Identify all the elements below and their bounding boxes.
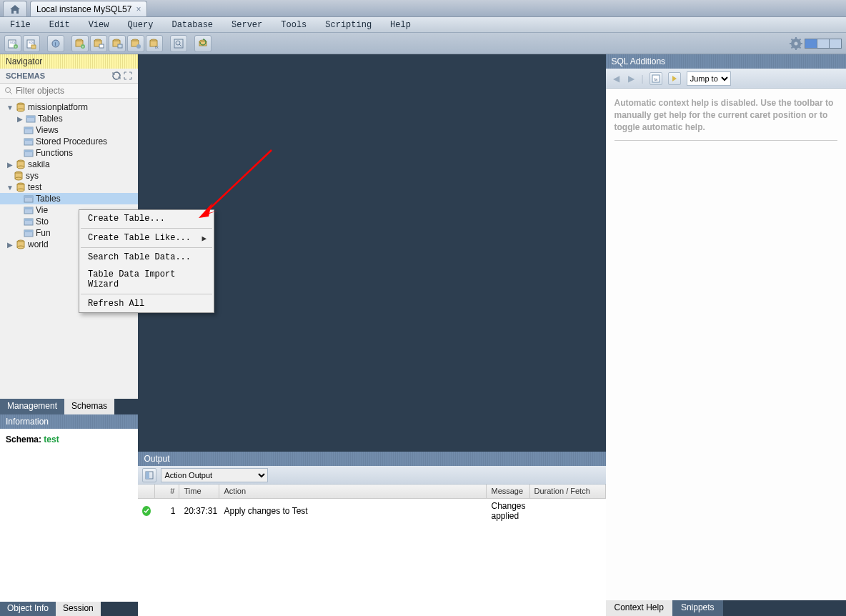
- expand-icon[interactable]: [124, 71, 132, 80]
- tab-object-info[interactable]: Object Info: [0, 602, 56, 616]
- menu-server[interactable]: Server: [229, 19, 265, 31]
- hdr-action: Action: [219, 485, 487, 498]
- chevron-right-icon[interactable]: [6, 161, 14, 169]
- svg-point-39: [6, 88, 11, 93]
- tab-management[interactable]: Management: [0, 399, 64, 414]
- schemas-label: SCHEMAS: [6, 71, 45, 80]
- tree-node-test-views[interactable]: Vie: [36, 205, 48, 215]
- gear-icon[interactable]: [790, 37, 802, 50]
- database-icon: [16, 239, 26, 249]
- database-icon: [14, 171, 24, 181]
- output-row[interactable]: 1 20:37:31 Apply changes to Test Changes…: [138, 499, 605, 523]
- menu-help[interactable]: Help: [387, 19, 414, 31]
- database-icon: [16, 102, 26, 112]
- svg-rect-47: [24, 127, 33, 129]
- svg-rect-68: [24, 230, 33, 232]
- schema-name-value: test: [44, 434, 59, 444]
- chevron-down-icon[interactable]: [6, 184, 14, 192]
- svg-text:fx: fx: [155, 45, 159, 49]
- menu-database[interactable]: Database: [169, 19, 216, 31]
- tree-node-missionplatform[interactable]: missionplatform: [28, 102, 88, 112]
- database-icon: [16, 182, 26, 192]
- success-icon: [142, 506, 151, 516]
- tab-snippets[interactable]: Snippets: [672, 600, 723, 616]
- ctx-search-table-data[interactable]: Search Table Data...: [79, 249, 214, 266]
- output-options-button[interactable]: [142, 468, 156, 482]
- chevron-down-icon[interactable]: [6, 104, 14, 111]
- jump-to-select[interactable]: Jump to: [687, 71, 731, 86]
- menu-query[interactable]: Query: [124, 19, 156, 31]
- panel-left-icon[interactable]: [805, 39, 817, 49]
- inspector-button[interactable]: i: [47, 35, 64, 52]
- svg-line-36: [800, 46, 801, 48]
- output-type-select[interactable]: Action Output: [161, 468, 268, 482]
- tree-node-test-stored[interactable]: Sto: [36, 217, 49, 227]
- navigator-header: Navigator: [0, 54, 138, 69]
- svg-point-54: [17, 166, 24, 169]
- svg-text:+: +: [82, 44, 84, 49]
- svg-line-40: [10, 92, 12, 94]
- folder-icon: [24, 136, 34, 146]
- tree-node-test[interactable]: test: [28, 182, 41, 192]
- svg-rect-66: [24, 219, 33, 221]
- filter-objects-input[interactable]: [16, 86, 134, 96]
- tab-schemas[interactable]: Schemas: [64, 399, 114, 414]
- information-header: Information: [0, 414, 138, 429]
- output-column-headers: # Time Action Message Duration / Fetch: [138, 485, 605, 499]
- db-add-routine-button[interactable]: [127, 35, 144, 52]
- tree-node-test-functions[interactable]: Fun: [36, 228, 51, 238]
- menu-edit[interactable]: Edit: [46, 19, 73, 31]
- tree-node-functions[interactable]: Functions: [36, 148, 73, 158]
- tree-node-tables[interactable]: Tables: [38, 114, 63, 124]
- folder-icon: [24, 228, 34, 238]
- menu-tools[interactable]: Tools: [278, 19, 309, 31]
- panel-bottom-icon[interactable]: [817, 39, 830, 49]
- tab-context-help[interactable]: Context Help: [606, 600, 672, 616]
- svg-point-43: [17, 109, 24, 111]
- menu-file[interactable]: File: [7, 19, 34, 31]
- svg-text:SQL: SQL: [29, 41, 35, 44]
- schema-label: Schema:: [6, 434, 44, 444]
- new-sql-tab-button[interactable]: SQL+: [4, 35, 21, 52]
- auto-help-button[interactable]: [668, 72, 681, 85]
- svg-line-35: [792, 39, 793, 40]
- svg-line-37: [792, 46, 793, 48]
- home-tab[interactable]: [3, 1, 27, 16]
- db-create-button[interactable]: +: [71, 35, 89, 52]
- db-add-table-button[interactable]: [90, 35, 107, 52]
- svg-rect-51: [24, 150, 33, 152]
- tree-node-views[interactable]: Views: [36, 125, 59, 135]
- menu-scripting[interactable]: Scripting: [322, 19, 374, 31]
- chevron-right-icon[interactable]: [6, 241, 14, 249]
- tree-node-sys[interactable]: sys: [26, 171, 39, 181]
- panel-layout-toggles[interactable]: [805, 39, 842, 49]
- tree-node-sakila[interactable]: sakila: [28, 159, 50, 169]
- search-button[interactable]: [170, 35, 187, 52]
- open-sql-script-button[interactable]: SQL: [23, 35, 40, 52]
- row-time: 20:37:31: [179, 506, 219, 516]
- db-add-function-button[interactable]: fx: [146, 35, 163, 52]
- close-icon[interactable]: ×: [136, 4, 141, 14]
- reconnect-button[interactable]: [194, 35, 211, 52]
- db-add-view-button[interactable]: [109, 35, 126, 52]
- watermark: https://blog.csdn.net @51CTO博客: [695, 589, 839, 602]
- tree-node-world[interactable]: world: [28, 239, 49, 249]
- tab-session[interactable]: Session: [56, 602, 101, 616]
- chevron-right-icon[interactable]: [16, 115, 24, 123]
- svg-rect-49: [24, 139, 33, 141]
- back-icon[interactable]: ◀: [612, 74, 621, 84]
- menu-view[interactable]: View: [86, 19, 112, 31]
- tree-node-stored-procedures[interactable]: Stored Procedures: [36, 136, 107, 146]
- forward-icon[interactable]: ▶: [627, 74, 636, 84]
- tree-node-test-tables[interactable]: Tables: [36, 194, 61, 204]
- hdr-time: Time: [179, 485, 219, 498]
- refresh-icon[interactable]: [112, 71, 121, 80]
- ctx-create-table[interactable]: Create Table...: [79, 210, 214, 227]
- hdr-message: Message: [487, 485, 529, 498]
- connection-tab[interactable]: Local instance MySQL57 ×: [30, 1, 147, 16]
- ctx-refresh-all[interactable]: Refresh All: [79, 295, 214, 312]
- panel-right-icon[interactable]: [829, 39, 842, 49]
- manual-help-button[interactable]: Ia: [650, 72, 662, 85]
- ctx-create-table-like[interactable]: Create Table Like...▶: [79, 229, 214, 247]
- ctx-table-data-import[interactable]: Table Data Import Wizard: [79, 266, 214, 293]
